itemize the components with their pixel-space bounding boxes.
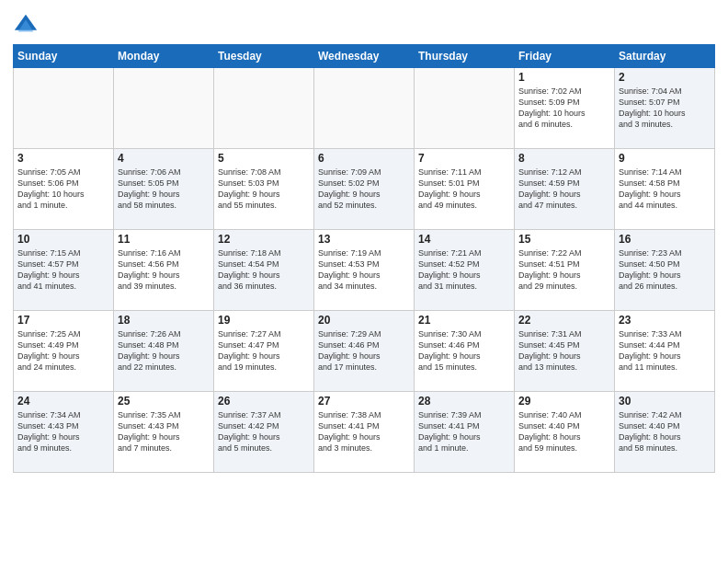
cell-info: Sunrise: 7:30 AM Sunset: 4:46 PM Dayligh… [418, 328, 510, 373]
calendar-week-row: 24Sunrise: 7:34 AM Sunset: 4:43 PM Dayli… [14, 392, 715, 473]
day-number: 20 [318, 314, 410, 327]
calendar-table: SundayMondayTuesdayWednesdayThursdayFrid… [13, 44, 715, 473]
calendar-header-cell: Saturday [615, 45, 715, 68]
cell-info: Sunrise: 7:02 AM Sunset: 5:09 PM Dayligh… [518, 86, 610, 131]
calendar-cell: 13Sunrise: 7:19 AM Sunset: 4:53 PM Dayli… [314, 230, 415, 311]
calendar-body: 1Sunrise: 7:02 AM Sunset: 5:09 PM Daylig… [14, 68, 715, 473]
calendar-header-cell: Wednesday [314, 45, 415, 68]
day-number: 14 [418, 233, 510, 246]
day-number: 16 [619, 233, 711, 246]
day-number: 19 [218, 314, 310, 327]
calendar-cell: 9Sunrise: 7:14 AM Sunset: 4:58 PM Daylig… [615, 149, 715, 230]
day-number: 2 [619, 71, 711, 84]
day-number: 4 [118, 152, 210, 165]
cell-info: Sunrise: 7:25 AM Sunset: 4:49 PM Dayligh… [17, 328, 109, 373]
day-number: 21 [418, 314, 510, 327]
calendar-week-row: 1Sunrise: 7:02 AM Sunset: 5:09 PM Daylig… [14, 68, 715, 149]
calendar-cell [14, 68, 114, 149]
calendar-cell [314, 68, 415, 149]
day-number: 30 [619, 395, 711, 408]
calendar-header-cell: Tuesday [214, 45, 314, 68]
calendar-header-cell: Thursday [415, 45, 515, 68]
page: SundayMondayTuesdayWednesdayThursdayFrid… [0, 0, 728, 482]
calendar-cell: 19Sunrise: 7:27 AM Sunset: 4:47 PM Dayli… [214, 311, 314, 392]
cell-info: Sunrise: 7:26 AM Sunset: 4:48 PM Dayligh… [118, 328, 210, 373]
cell-info: Sunrise: 7:04 AM Sunset: 5:07 PM Dayligh… [619, 86, 711, 131]
calendar-cell: 18Sunrise: 7:26 AM Sunset: 4:48 PM Dayli… [114, 311, 214, 392]
day-number: 13 [318, 233, 410, 246]
calendar-cell: 16Sunrise: 7:23 AM Sunset: 4:50 PM Dayli… [615, 230, 715, 311]
cell-info: Sunrise: 7:39 AM Sunset: 4:41 PM Dayligh… [418, 409, 510, 454]
calendar-cell: 22Sunrise: 7:31 AM Sunset: 4:45 PM Dayli… [515, 311, 615, 392]
cell-info: Sunrise: 7:27 AM Sunset: 4:47 PM Dayligh… [218, 328, 310, 373]
cell-info: Sunrise: 7:19 AM Sunset: 4:53 PM Dayligh… [318, 247, 410, 293]
cell-info: Sunrise: 7:31 AM Sunset: 4:45 PM Dayligh… [518, 328, 610, 373]
calendar-cell: 7Sunrise: 7:11 AM Sunset: 5:01 PM Daylig… [415, 149, 515, 230]
cell-info: Sunrise: 7:37 AM Sunset: 4:42 PM Dayligh… [218, 409, 310, 454]
calendar-cell: 8Sunrise: 7:12 AM Sunset: 4:59 PM Daylig… [515, 149, 615, 230]
calendar-cell: 28Sunrise: 7:39 AM Sunset: 4:41 PM Dayli… [415, 392, 515, 473]
cell-info: Sunrise: 7:12 AM Sunset: 4:59 PM Dayligh… [518, 167, 610, 212]
cell-info: Sunrise: 7:34 AM Sunset: 4:43 PM Dayligh… [17, 409, 109, 454]
day-number: 15 [518, 233, 610, 246]
day-number: 3 [17, 152, 109, 165]
calendar-cell: 4Sunrise: 7:06 AM Sunset: 5:05 PM Daylig… [114, 149, 214, 230]
logo-icon [13, 13, 39, 39]
logo [13, 13, 42, 39]
cell-info: Sunrise: 7:40 AM Sunset: 4:40 PM Dayligh… [518, 409, 610, 454]
calendar-cell: 24Sunrise: 7:34 AM Sunset: 4:43 PM Dayli… [14, 392, 114, 473]
day-number: 24 [17, 395, 109, 408]
cell-info: Sunrise: 7:16 AM Sunset: 4:56 PM Dayligh… [118, 247, 210, 293]
calendar-header-cell: Monday [114, 45, 214, 68]
day-number: 12 [218, 233, 310, 246]
calendar-header-row: SundayMondayTuesdayWednesdayThursdayFrid… [14, 45, 715, 68]
cell-info: Sunrise: 7:42 AM Sunset: 4:40 PM Dayligh… [619, 409, 711, 454]
calendar-cell: 15Sunrise: 7:22 AM Sunset: 4:51 PM Dayli… [515, 230, 615, 311]
cell-info: Sunrise: 7:05 AM Sunset: 5:06 PM Dayligh… [17, 167, 109, 212]
cell-info: Sunrise: 7:22 AM Sunset: 4:51 PM Dayligh… [518, 247, 610, 293]
day-number: 26 [218, 395, 310, 408]
day-number: 17 [17, 314, 109, 327]
calendar-cell: 20Sunrise: 7:29 AM Sunset: 4:46 PM Dayli… [314, 311, 415, 392]
cell-info: Sunrise: 7:09 AM Sunset: 5:02 PM Dayligh… [318, 167, 410, 212]
calendar-cell: 11Sunrise: 7:16 AM Sunset: 4:56 PM Dayli… [114, 230, 214, 311]
calendar-header-cell: Friday [515, 45, 615, 68]
cell-info: Sunrise: 7:21 AM Sunset: 4:52 PM Dayligh… [418, 247, 510, 293]
calendar-cell: 12Sunrise: 7:18 AM Sunset: 4:54 PM Dayli… [214, 230, 314, 311]
day-number: 29 [518, 395, 610, 408]
calendar-cell: 26Sunrise: 7:37 AM Sunset: 4:42 PM Dayli… [214, 392, 314, 473]
calendar-cell: 29Sunrise: 7:40 AM Sunset: 4:40 PM Dayli… [515, 392, 615, 473]
calendar-cell [415, 68, 515, 149]
day-number: 18 [118, 314, 210, 327]
day-number: 28 [418, 395, 510, 408]
calendar-cell: 6Sunrise: 7:09 AM Sunset: 5:02 PM Daylig… [314, 149, 415, 230]
calendar-week-row: 10Sunrise: 7:15 AM Sunset: 4:57 PM Dayli… [14, 230, 715, 311]
cell-info: Sunrise: 7:14 AM Sunset: 4:58 PM Dayligh… [619, 167, 711, 212]
calendar-cell: 21Sunrise: 7:30 AM Sunset: 4:46 PM Dayli… [415, 311, 515, 392]
calendar-week-row: 17Sunrise: 7:25 AM Sunset: 4:49 PM Dayli… [14, 311, 715, 392]
calendar-week-row: 3Sunrise: 7:05 AM Sunset: 5:06 PM Daylig… [14, 149, 715, 230]
calendar-cell: 3Sunrise: 7:05 AM Sunset: 5:06 PM Daylig… [14, 149, 114, 230]
calendar-cell: 1Sunrise: 7:02 AM Sunset: 5:09 PM Daylig… [515, 68, 615, 149]
calendar-cell: 2Sunrise: 7:04 AM Sunset: 5:07 PM Daylig… [615, 68, 715, 149]
day-number: 9 [619, 152, 711, 165]
cell-info: Sunrise: 7:15 AM Sunset: 4:57 PM Dayligh… [17, 247, 109, 293]
cell-info: Sunrise: 7:29 AM Sunset: 4:46 PM Dayligh… [318, 328, 410, 373]
calendar-cell: 17Sunrise: 7:25 AM Sunset: 4:49 PM Dayli… [14, 311, 114, 392]
day-number: 25 [118, 395, 210, 408]
cell-info: Sunrise: 7:11 AM Sunset: 5:01 PM Dayligh… [418, 167, 510, 212]
cell-info: Sunrise: 7:18 AM Sunset: 4:54 PM Dayligh… [218, 247, 310, 293]
day-number: 22 [518, 314, 610, 327]
day-number: 7 [418, 152, 510, 165]
day-number: 23 [619, 314, 711, 327]
calendar-cell [114, 68, 214, 149]
calendar-cell [214, 68, 314, 149]
header [13, 9, 715, 39]
calendar-cell: 5Sunrise: 7:08 AM Sunset: 5:03 PM Daylig… [214, 149, 314, 230]
calendar-header-cell: Sunday [14, 45, 114, 68]
calendar-cell: 23Sunrise: 7:33 AM Sunset: 4:44 PM Dayli… [615, 311, 715, 392]
calendar-cell: 30Sunrise: 7:42 AM Sunset: 4:40 PM Dayli… [615, 392, 715, 473]
day-number: 10 [17, 233, 109, 246]
cell-info: Sunrise: 7:38 AM Sunset: 4:41 PM Dayligh… [318, 409, 410, 454]
day-number: 11 [118, 233, 210, 246]
